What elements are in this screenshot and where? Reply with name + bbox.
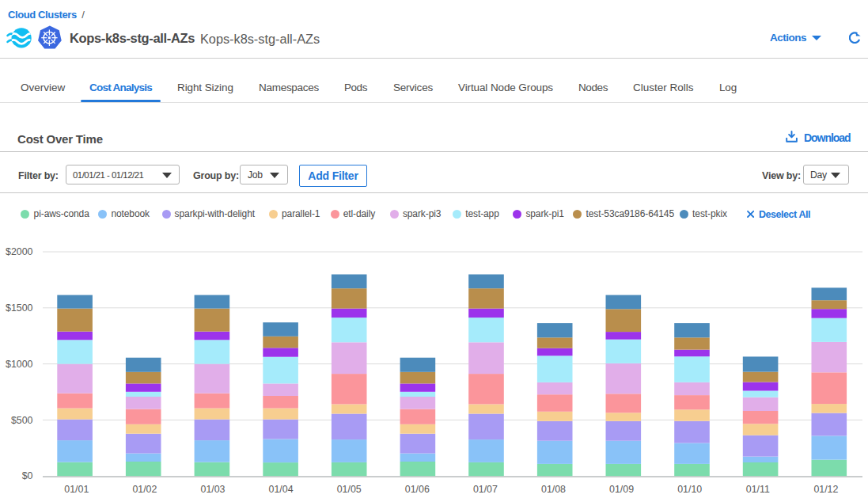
svg-text:01/09: 01/09 [609, 484, 634, 495]
svg-text:01/11: 01/11 [746, 484, 770, 495]
svg-text:01/12: 01/12 [813, 484, 838, 495]
svg-text:01/02: 01/02 [132, 484, 157, 495]
svg-text:01/01: 01/01 [64, 484, 89, 495]
svg-text:$1000: $1000 [6, 359, 33, 370]
svg-text:01/06: 01/06 [405, 484, 430, 495]
svg-text:01/04: 01/04 [269, 484, 294, 495]
svg-text:$500: $500 [11, 415, 33, 426]
svg-text:$2000: $2000 [6, 246, 33, 257]
svg-text:01/10: 01/10 [677, 484, 702, 495]
svg-text:01/05: 01/05 [337, 484, 362, 495]
svg-text:$1500: $1500 [6, 302, 33, 314]
svg-text:01/08: 01/08 [541, 484, 566, 495]
svg-text:$0: $0 [22, 470, 33, 481]
svg-text:01/03: 01/03 [200, 484, 225, 495]
svg-text:01/07: 01/07 [473, 484, 498, 495]
